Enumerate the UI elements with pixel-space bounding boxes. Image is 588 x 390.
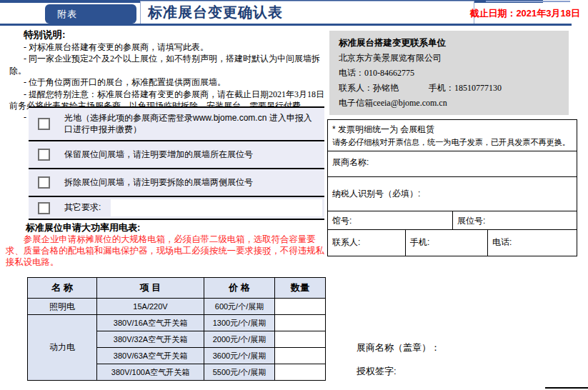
- exhibitor-name-row: 展商名称:: [328, 151, 577, 177]
- change-options-section: 光地（选择此项的参展商还需登录www.bjome.com.cn 进入申报入口进行…: [29, 106, 324, 220]
- qty-input-cell[interactable]: [275, 315, 326, 331]
- special-notes-heading: 特别说明:: [24, 29, 66, 41]
- hall-booth-row: 馆号: 展位号:: [328, 211, 577, 230]
- table-row: 照明电 15A/220V 600元/个/展期: [28, 299, 326, 315]
- contact-company: 北京东方美景展览有限公司: [339, 53, 559, 63]
- top-accent-bar-light: [486, 1, 570, 2]
- phone-field[interactable]: 电话:: [488, 230, 577, 256]
- contact-person-line: 联系人：孙铭艳手机：18510777130: [339, 83, 559, 93]
- exhibitor-name-field[interactable]: 展商名称:: [328, 151, 577, 177]
- deadline-text: 截止日期：2021年3月18日: [454, 7, 580, 20]
- hall-no-field[interactable]: 馆号:: [328, 211, 453, 230]
- title-box: 标准展台变更确认表: [140, 1, 474, 24]
- table-row: 动力电 380V/16A空气开关箱 1300元/个/展期: [28, 315, 326, 331]
- signature-label: 授权签字:: [357, 365, 397, 378]
- option-label: 光地（选择此项的参展商还需登录www.bjome.com.cn 进入申报入口进行…: [64, 113, 324, 135]
- cell-price: 600元/个/展期: [204, 299, 275, 315]
- invoice-note-cell: * 发票明细统一为 会展租赁 请务必仔细核对开票信息，统一为电子发票，已开具发票…: [328, 120, 577, 151]
- booth-change-form: 附表 标准展台变更确认表 截止日期：2021年3月18日 特别说明: - 对标准…: [0, 0, 588, 390]
- col-header-name: 名 称: [28, 278, 97, 299]
- power-price-table: 名 称 项 目 价 格 数量 照明电 15A/220V 600元/个/展期 动力…: [27, 277, 326, 381]
- contact-box-heading: 标准展台搭建变更联系单位: [339, 38, 559, 48]
- checkbox-remove-wall[interactable]: [38, 176, 50, 189]
- cell-name: 动力电: [28, 315, 97, 381]
- contact-fields-row: 联系人: 手机: 电话:: [328, 230, 577, 256]
- option-row-other: 其它要求:: [29, 197, 324, 220]
- col-header-qty: 数量: [275, 278, 326, 299]
- power-warning-text: 参展企业申请标摊展位的大规格电箱，必须自带二级电箱，选取符合容量要求、质量合格的…: [6, 234, 326, 268]
- header-divider: [0, 24, 572, 26]
- cell-item: 15A/220V: [97, 299, 204, 315]
- cell-item: 380V/100A空气开关箱: [97, 364, 204, 381]
- cell-name: 照明电: [28, 299, 97, 315]
- invoice-note-line2: 请务必仔细核对开票信息，统一为电子发票，已开具发票不再更换。: [332, 136, 572, 149]
- cell-price: 1300元/个/展期: [204, 315, 275, 331]
- appendix-tag: 附表: [45, 4, 136, 24]
- col-header-item: 项 目: [97, 278, 204, 299]
- qty-input-cell[interactable]: [275, 348, 326, 364]
- checkbox-raw-space[interactable]: [38, 118, 50, 130]
- checkbox-keep-wall[interactable]: [38, 149, 50, 161]
- col-header-price: 价 格: [204, 278, 275, 299]
- page-title: 标准展台变更确认表: [141, 1, 474, 24]
- option-row-raw-space: 光地（选择此项的参展商还需登录www.bjome.com.cn 进入申报入口进行…: [29, 108, 324, 141]
- other-request-input[interactable]: [111, 199, 322, 216]
- cell-price: 2000元/个/展期: [204, 331, 275, 348]
- power-section-heading: 标准展位申请大功率用电表:: [26, 221, 140, 234]
- option-row-keep-wall: 保留展位间展墙，请注明要增加的展墙所在展位号: [29, 141, 324, 169]
- contact-email: 电子信箱ceeia@bjome.com.cn: [339, 98, 559, 108]
- invoice-note-row: * 发票明细统一为 会展租赁 请务必仔细核对开票信息，统一为电子发票，已开具发票…: [328, 120, 577, 151]
- option-row-remove-wall: 拆除展位间展墙，请注明要拆除的展墙两侧展位号: [29, 169, 324, 197]
- cell-price: 5500元/个/展期: [204, 364, 275, 381]
- bottom-corner-line: [545, 387, 588, 389]
- cell-item: 380V/16A空气开关箱: [97, 315, 204, 331]
- qty-input-cell[interactable]: [275, 299, 326, 315]
- tax-id-row: 纳税人识别号（必填）:: [328, 177, 577, 211]
- checkbox-other[interactable]: [38, 202, 50, 214]
- tax-id-field[interactable]: 纳税人识别号（必填）:: [328, 177, 577, 211]
- note-item: - 对标准展台搭建有变更的参展商，请填写此表。: [9, 41, 332, 53]
- cell-price: 3600元/个/展期: [204, 348, 275, 364]
- contact-person: 联系人：孙铭艳: [339, 83, 399, 93]
- contact-name-field[interactable]: 联系人:: [328, 230, 406, 256]
- qty-input-cell[interactable]: [275, 331, 326, 348]
- invoice-note-line1: * 发票明细统一为 会展租赁: [332, 123, 572, 136]
- cell-item: 380V/32A空气开关箱: [97, 331, 204, 348]
- mobile-field[interactable]: 手机:: [406, 230, 488, 256]
- qty-input-cell[interactable]: [275, 364, 326, 381]
- option-label: 其它要求:: [64, 202, 105, 214]
- power-table-header-row: 名 称 项 目 价 格 数量: [28, 278, 326, 299]
- booth-no-field[interactable]: 展位号:: [453, 211, 577, 230]
- contact-mobile: 手机：18510777130: [429, 83, 502, 93]
- option-label: 拆除展位间展墙，请注明要拆除的展墙两侧展位号: [64, 177, 257, 189]
- cell-item: 380V/63A空气开关箱: [97, 348, 204, 364]
- note-item: - 位于角位两面开口的展台，标准配置提供两面展墙。: [9, 76, 332, 88]
- invoice-info-table: * 发票明细统一为 会展租赁 请务必仔细核对开票信息，统一为电子发票，已开具发票…: [327, 119, 577, 256]
- option-label: 保留展位间展墙，请注明要增加的展墙所在展位号: [64, 149, 257, 161]
- contact-unit-box: 标准展台搭建变更联系单位 北京东方美景展览有限公司 电话：010-8466277…: [329, 31, 569, 115]
- stamp-label: 展商名称（盖章）：: [357, 341, 440, 354]
- contact-phone: 电话：010-84662775: [339, 68, 559, 78]
- note-item: - 同一家企业预定2个及2个以上展位，如不特别声明，搭建时默认为中间展墙拆除。: [9, 53, 332, 76]
